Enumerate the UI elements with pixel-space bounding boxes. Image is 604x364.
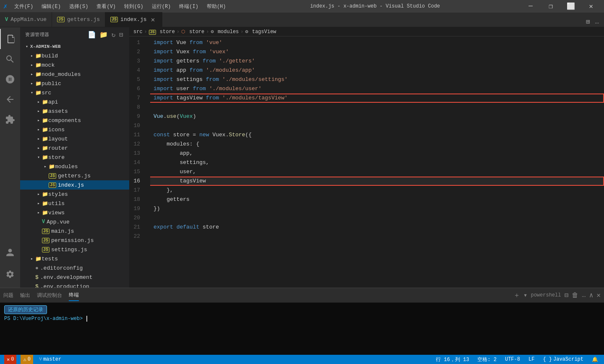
menu-help[interactable]: 帮助(H) [203, 2, 229, 11]
tree-item-build[interactable]: 📁 build [20, 51, 129, 60]
tree-item-editorconfig[interactable]: ● .editorconfig [20, 263, 129, 273]
tree-item-src[interactable]: 📁 src [20, 88, 129, 97]
tab-AppMain[interactable]: V AppMain.vue [0, 12, 52, 27]
terminal-dropdown[interactable]: ▾ [523, 291, 528, 299]
tree-item-views[interactable]: 📁 views [20, 208, 129, 217]
terminal-cursor [86, 316, 90, 322]
tree-item-node_modules[interactable]: 📁 node_modules [20, 70, 129, 79]
terminal-tab-terminal[interactable]: 终端 [69, 290, 79, 301]
maximize-button[interactable]: ⬜ [561, 0, 581, 13]
status-line-ending[interactable]: LF [527, 356, 536, 362]
tree-item-env-prod[interactable]: $ .env.production [20, 282, 129, 288]
tree-item-layout[interactable]: 📁 layout [20, 134, 129, 143]
tree-item-assets[interactable]: 📁 assets [20, 107, 129, 116]
tree-item-tests[interactable]: 📁 tests [20, 254, 129, 263]
tree-item-components[interactable]: 📁 components [20, 116, 129, 125]
menu-file[interactable]: 文件(F) [11, 2, 37, 11]
menu-select[interactable]: 选择(S) [66, 2, 92, 11]
restore-button[interactable]: ❐ [541, 0, 560, 13]
new-folder-button[interactable]: 📁 [99, 30, 109, 40]
tree-item-AppVue[interactable]: V App.vue [20, 217, 129, 226]
new-file-button[interactable]: 📄 [87, 30, 97, 40]
activity-search[interactable] [0, 49, 20, 69]
tab-getters[interactable]: JS getters.js [52, 12, 105, 27]
menu-terminal[interactable]: 终端(I) [176, 2, 202, 11]
store-arrow [35, 154, 42, 161]
more-actions-button[interactable]: … [593, 17, 601, 26]
add-terminal-button[interactable]: ＋ [513, 291, 520, 300]
collapse-all-button[interactable]: ⊟ [118, 30, 124, 40]
terminal-maximize[interactable]: ∧ [589, 291, 594, 299]
tree-item-router[interactable]: 📁 router [20, 143, 129, 153]
menu-view[interactable]: 查看(V) [93, 2, 119, 11]
tab-index[interactable]: JS index.js ✕ [105, 12, 162, 27]
status-language[interactable]: { } JavaScript [541, 356, 585, 362]
breadcrumb-indexjs[interactable]: ⬡ store [181, 29, 204, 35]
refresh-button[interactable]: ↻ [111, 30, 117, 40]
tree-root[interactable]: X-ADMIN-WEB [20, 42, 129, 51]
restore-history-button[interactable]: 还原的历史记录 [4, 305, 47, 314]
tree-item-settings[interactable]: JS settings.js [20, 245, 129, 254]
tree-item-getters[interactable]: JS getters.js [20, 171, 129, 180]
tab-close-button[interactable]: ✕ [149, 16, 157, 23]
close-button[interactable]: ✕ [581, 0, 601, 13]
tree-item-main[interactable]: JS main.js [20, 226, 129, 236]
status-branch[interactable]: ⑂ master [37, 356, 63, 362]
status-warnings[interactable]: ⚠ 0 [21, 355, 33, 364]
terminal-output[interactable]: 还原的历史记录 PS D:\VueProj\x-admin-web> [0, 303, 604, 355]
status-encoding[interactable]: UTF-8 [503, 356, 522, 362]
status-position[interactable]: 行 16，列 13 [434, 356, 471, 363]
menu-goto[interactable]: 转到(G) [121, 2, 147, 11]
breadcrumb-src[interactable]: src [133, 29, 143, 35]
folder-icon: 📁 [35, 62, 42, 68]
activity-extensions[interactable] [0, 109, 20, 130]
activity-account[interactable] [0, 242, 20, 263]
styles-arrow [35, 191, 42, 198]
env-dev-label: .env.development [40, 274, 93, 281]
terminal-more[interactable]: … [582, 291, 586, 299]
tree-item-styles[interactable]: 📁 styles [20, 190, 129, 199]
root-arrow [23, 43, 30, 50]
breadcrumb-modules[interactable]: ⚙ modules [211, 29, 239, 35]
error-count: 0 [11, 356, 14, 362]
code-line-14: settings, [150, 158, 604, 167]
tree-item-icons[interactable]: 📁 icons [20, 125, 129, 134]
js-icon-selected: JS [49, 182, 56, 188]
js-icon-settings: JS [42, 247, 49, 252]
tree-item-modules[interactable]: 📁 modules [20, 162, 129, 171]
terminal-close[interactable]: ✕ [596, 291, 601, 299]
terminal-tab-output[interactable]: 输出 [20, 290, 30, 301]
code-line-15: user, [150, 167, 604, 177]
tree-item-api[interactable]: 📁 api [20, 97, 129, 107]
code-editor[interactable]: 12345678910111213141516171819202122 impo… [129, 36, 604, 288]
status-spaces[interactable]: 空格: 2 [476, 356, 498, 363]
tree-item-store[interactable]: 📁 store [20, 153, 129, 162]
tree-item-env-dev[interactable]: $ .env.development [20, 273, 129, 282]
breadcrumb-sep3: › [206, 29, 209, 35]
bc-modules-icon: ⚙ [211, 29, 213, 35]
tree-item-permission[interactable]: JS permission.js [20, 236, 129, 245]
breadcrumb-store[interactable]: JS store [149, 29, 175, 35]
tree-item-index[interactable]: JS index.js [20, 180, 129, 190]
activity-settings[interactable] [0, 264, 20, 284]
folder-icon: 📁 [42, 191, 48, 198]
tree-item-public[interactable]: 📁 public [20, 79, 129, 88]
activity-debug[interactable] [0, 89, 20, 109]
status-feedback[interactable]: 🔔 [590, 356, 600, 363]
terminal-tab-problems[interactable]: 问题 [3, 290, 13, 301]
kill-terminal-button[interactable]: 🗑 [572, 291, 578, 299]
split-editor-button[interactable]: ⊞ [584, 17, 592, 27]
menu-edit[interactable]: 编辑(E) [38, 2, 64, 11]
split-terminal-button[interactable]: ⊟ [564, 291, 568, 299]
terminal-tab-debug[interactable]: 调试控制台 [37, 290, 62, 301]
tree-item-mock[interactable]: 📁 mock [20, 60, 129, 70]
tree-item-utils[interactable]: 📁 utils [20, 199, 129, 208]
minimize-button[interactable]: ─ [521, 0, 540, 13]
status-errors[interactable]: ✕ 0 [4, 355, 16, 364]
activity-explorer[interactable] [0, 29, 20, 49]
indent-info: 空格: 2 [477, 356, 497, 363]
activity-git[interactable] [0, 69, 20, 89]
api-label: api [48, 99, 58, 105]
code-content[interactable]: import Vue from 'vue'import Vuex from 'v… [150, 36, 604, 288]
menu-run[interactable]: 运行(R) [148, 2, 174, 11]
